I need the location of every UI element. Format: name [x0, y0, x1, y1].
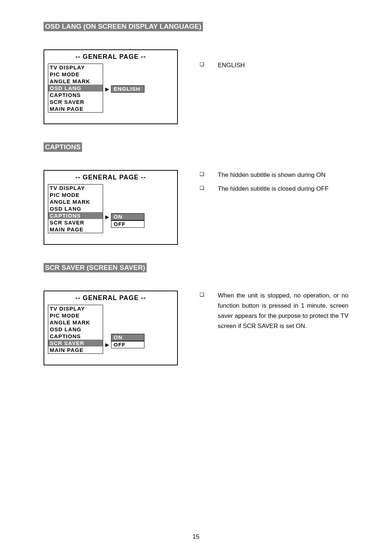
option-off[interactable]: OFF [111, 341, 144, 348]
bullet-text-captions-on: The hidden subtitle is shown during ON [218, 170, 348, 180]
bullet-text-english: ENGLISH [218, 60, 348, 70]
osd-title: -- GENERAL PAGE -- [48, 174, 173, 181]
menu-item-main-page[interactable]: MAIN PAGE [48, 105, 103, 112]
bullet-icon: ❏ [200, 184, 218, 192]
menu-item-pic-mode[interactable]: PIC MODE [48, 312, 103, 319]
description-scr-saver: ❏ When the unit is stopped, no operation… [200, 291, 348, 335]
menu-item-captions[interactable]: CAPTIONS [48, 92, 103, 98]
menu-column: TV DISPLAY PIC MODE ANGLE MARK OSD LANG … [48, 184, 103, 233]
menu-item-scr-saver[interactable]: SCR SAVER [48, 219, 103, 226]
menu-item-angle-mark[interactable]: ANGLE MARK [48, 198, 103, 205]
triangle-right-icon: ▶ [103, 85, 111, 93]
bullet-icon: ❏ [200, 60, 218, 68]
bullet-icon: ❏ [200, 170, 218, 178]
menu-item-osd-lang[interactable]: OSD LANG [48, 85, 103, 92]
menu-item-osd-lang[interactable]: OSD LANG [48, 326, 103, 333]
option-english[interactable]: ENGLISH [111, 85, 144, 93]
section-header-scr-saver: SCR SAVER (SCREEN SAVER) [44, 263, 147, 272]
description-osd-lang: ❏ ENGLISH [200, 49, 348, 74]
menu-item-pic-mode[interactable]: PIC MODE [48, 191, 103, 198]
bullet-text-scr-saver: When the unit is stopped, no operation, … [218, 291, 348, 331]
page-number: 15 [0, 533, 392, 540]
menu-item-scr-saver[interactable]: SCR SAVER [48, 340, 103, 347]
menu-column: TV DISPLAY PIC MODE ANGLE MARK OSD LANG … [48, 64, 103, 113]
menu-item-angle-mark[interactable]: ANGLE MARK [48, 319, 103, 326]
osd-title: -- GENERAL PAGE -- [48, 294, 173, 302]
bullet-text-captions-off: The hidden subtitle is closed during OFF [218, 184, 348, 194]
menu-item-tv-display[interactable]: TV DISPLAY [48, 185, 103, 191]
menu-item-main-page[interactable]: MAIN PAGE [48, 347, 103, 353]
section-header-osd-lang: OSD LANG (ON SCREEN DISPLAY LANGUAGE) [44, 22, 203, 31]
menu-item-osd-lang[interactable]: OSD LANG [48, 205, 103, 212]
osd-title: -- GENERAL PAGE -- [48, 53, 173, 61]
menu-column: TV DISPLAY PIC MODE ANGLE MARK OSD LANG … [48, 305, 103, 354]
osd-box-osd-lang: -- GENERAL PAGE -- TV DISPLAY PIC MODE A… [44, 49, 178, 124]
option-off[interactable]: OFF [111, 220, 144, 228]
osd-box-scr-saver: -- GENERAL PAGE -- TV DISPLAY PIC MODE A… [44, 291, 178, 365]
menu-item-captions[interactable]: CAPTIONS [48, 333, 103, 340]
menu-item-angle-mark[interactable]: ANGLE MARK [48, 78, 103, 85]
osd-box-captions: -- GENERAL PAGE -- TV DISPLAY PIC MODE A… [44, 170, 178, 245]
section-header-captions: CAPTIONS [44, 142, 82, 152]
menu-item-captions[interactable]: CAPTIONS [48, 212, 103, 219]
triangle-right-icon: ▶ [103, 213, 111, 220]
menu-item-main-page[interactable]: MAIN PAGE [48, 226, 103, 233]
menu-item-scr-saver[interactable]: SCR SAVER [48, 98, 103, 105]
description-captions: ❏ The hidden subtitle is shown during ON… [200, 170, 348, 198]
option-on[interactable]: ON [111, 213, 144, 220]
bullet-icon: ❏ [200, 291, 218, 299]
menu-item-tv-display[interactable]: TV DISPLAY [48, 64, 103, 71]
triangle-right-icon: ▶ [103, 341, 111, 348]
menu-item-tv-display[interactable]: TV DISPLAY [48, 305, 103, 312]
menu-item-pic-mode[interactable]: PIC MODE [48, 71, 103, 78]
option-on[interactable]: ON [111, 334, 144, 341]
